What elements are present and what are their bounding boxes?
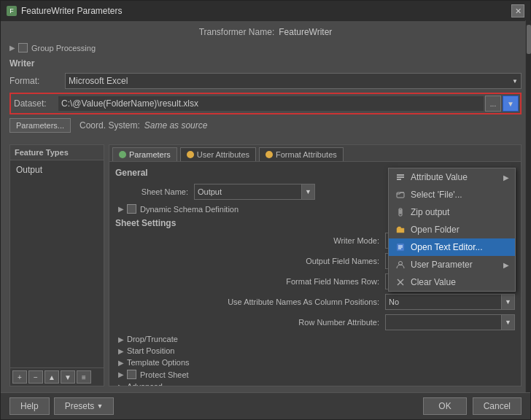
format-field-names-label: Format Field Names Row: xyxy=(115,277,379,286)
ft-remove-button[interactable]: − xyxy=(28,370,43,384)
writer-section-label: Writer xyxy=(9,58,522,69)
open-folder-icon xyxy=(395,224,406,236)
use-attr-names-combo[interactable]: No xyxy=(385,294,502,310)
tab-format-attributes[interactable]: Format Attributes xyxy=(259,147,344,161)
close-button[interactable]: ✕ xyxy=(511,4,524,18)
use-attr-names-dropdown[interactable]: ▼ xyxy=(502,294,515,310)
row-number-combo[interactable] xyxy=(385,314,502,330)
group-processing-label: Group Processing xyxy=(31,44,96,52)
zip-output-icon xyxy=(395,206,406,218)
title-bar-left: F FeatureWriter Parameters xyxy=(7,6,123,16)
ft-add-button[interactable]: + xyxy=(12,370,27,384)
feature-types-list: Output xyxy=(10,160,104,368)
menu-item-user-parameter[interactable]: User Parameter ▶ xyxy=(389,256,515,273)
dataset-input[interactable] xyxy=(58,96,484,111)
dynamic-schema-label: Dynamic Schema Definition xyxy=(140,205,239,214)
user-parameter-icon xyxy=(395,259,406,271)
open-text-editor-label: Open Text Editor... xyxy=(411,242,509,252)
use-attr-names-label: Use Attribute Names As Column Positions: xyxy=(115,298,379,306)
ok-button[interactable]: OK xyxy=(423,397,466,415)
feature-types-toolbar: + − ▲ ▼ ≡ xyxy=(10,368,104,386)
format-value: Microsoft Excel xyxy=(69,76,128,86)
sheet-name-label: Sheet Name: xyxy=(115,187,188,196)
feature-item-output[interactable]: Output xyxy=(13,163,101,176)
zip-output-label: Zip output xyxy=(411,207,509,217)
feature-types-panel: Feature Types Output + − ▲ ▼ ≡ xyxy=(9,144,104,386)
attribute-value-label: Attribute Value xyxy=(411,172,499,182)
output-field-names-label: Output Field Names: xyxy=(115,257,379,265)
transformer-name-row: Transformer Name: FeatureWriter xyxy=(9,27,522,37)
drop-truncate-arrow-icon: ▶ xyxy=(118,335,124,343)
writer-section: Writer Format: Microsoft Excel ▼ Dataset… xyxy=(9,58,522,139)
coord-system-value: Same as source xyxy=(144,120,208,131)
use-attr-names-value: No xyxy=(389,298,399,306)
sheet-name-input[interactable] xyxy=(194,184,302,200)
menu-item-open-folder[interactable]: Open Folder xyxy=(389,221,515,238)
tab-user-attributes-label: User Attributes xyxy=(197,150,249,159)
parameters-button[interactable]: Parameters... xyxy=(9,118,71,133)
start-position-label: Start Position xyxy=(127,346,174,355)
select-file-icon xyxy=(395,189,406,201)
dataset-row: Dataset: ... ▼ xyxy=(9,93,522,114)
cancel-button[interactable]: Cancel xyxy=(473,397,522,415)
dynamic-schema-arrow: ▶ xyxy=(118,205,124,213)
template-options-row: ▶ Template Options xyxy=(115,358,515,367)
presets-arrow-icon: ▼ xyxy=(96,402,103,410)
svg-rect-2 xyxy=(397,179,401,180)
open-text-editor-icon xyxy=(395,241,406,253)
advanced-arrow-icon: ▶ xyxy=(118,383,124,386)
row-number-row: Row Number Attribute: ▼ xyxy=(115,314,515,330)
advanced-label: Advanced xyxy=(127,382,163,386)
menu-item-select-file[interactable]: Select 'File'... xyxy=(389,186,515,203)
tab-format-attributes-icon xyxy=(266,151,273,158)
presets-button[interactable]: Presets ▼ xyxy=(54,397,115,415)
advanced-row: ▶ Advanced xyxy=(115,382,515,386)
ft-extra-button[interactable]: ≡ xyxy=(77,370,91,384)
tab-parameters-icon xyxy=(119,151,126,158)
dialog-icon: F xyxy=(7,6,17,16)
format-combo[interactable]: Microsoft Excel ▼ xyxy=(65,73,522,89)
main-scrollbar[interactable] xyxy=(525,20,531,392)
group-processing-row: ▶ Group Processing xyxy=(9,43,522,52)
tabs-row: Parameters User Attributes Format Attrib… xyxy=(109,145,521,162)
ft-up-button[interactable]: ▲ xyxy=(44,370,59,384)
user-parameter-label: User Parameter xyxy=(411,260,499,270)
sheet-name-dropdown[interactable]: ▼ xyxy=(302,184,315,200)
tab-format-attributes-label: Format Attributes xyxy=(276,150,337,159)
menu-item-clear-value[interactable]: Clear Value xyxy=(389,273,515,291)
dataset-browse-button[interactable]: ... xyxy=(485,96,501,112)
format-label: Format: xyxy=(9,76,61,86)
dialog-title: FeatureWriter Parameters xyxy=(21,6,123,16)
tab-user-attributes-icon xyxy=(187,151,194,158)
row-number-dropdown[interactable]: ▼ xyxy=(502,314,515,330)
group-processing-checkbox[interactable] xyxy=(18,43,28,52)
menu-item-open-text-editor[interactable]: Open Text Editor... xyxy=(389,238,515,256)
clear-value-label: Clear Value xyxy=(411,277,509,287)
template-options-arrow-icon: ▶ xyxy=(118,359,124,367)
tab-parameters[interactable]: Parameters xyxy=(112,147,177,161)
title-bar: F FeatureWriter Parameters ✕ xyxy=(1,1,530,21)
footer-right: OK Cancel xyxy=(423,397,522,415)
attribute-value-icon xyxy=(395,171,406,183)
protect-sheet-checkbox[interactable] xyxy=(127,370,136,379)
tab-user-attributes[interactable]: User Attributes xyxy=(180,147,256,161)
drop-truncate-row: ▶ Drop/Truncate xyxy=(115,335,515,343)
protect-sheet-arrow-icon: ▶ xyxy=(118,370,124,378)
format-dropdown-icon: ▼ xyxy=(512,78,518,85)
protect-sheet-label: Protect Sheet xyxy=(140,370,189,379)
dynamic-schema-checkbox[interactable] xyxy=(127,204,136,214)
coord-row: Parameters... Coord. System: Same as sou… xyxy=(9,118,522,133)
svg-rect-1 xyxy=(397,176,404,178)
main-content-area: Feature Types Output + − ▲ ▼ ≡ xyxy=(9,144,522,386)
format-row: Format: Microsoft Excel ▼ xyxy=(9,73,522,89)
tab-parameters-label: Parameters xyxy=(129,150,171,159)
help-button[interactable]: Help xyxy=(9,397,50,415)
select-file-label: Select 'File'... xyxy=(411,190,509,200)
protect-sheet-row: ▶ Protect Sheet xyxy=(115,370,515,379)
dataset-dropdown-button[interactable]: ▼ xyxy=(503,96,519,112)
menu-item-attribute-value[interactable]: Attribute Value ▶ xyxy=(389,168,515,186)
ft-down-button[interactable]: ▼ xyxy=(61,370,75,384)
start-position-arrow-icon: ▶ xyxy=(118,347,124,355)
context-menu: Attribute Value ▶ Select 'File'... Zip o… xyxy=(388,168,516,292)
menu-item-zip-output[interactable]: Zip output xyxy=(389,203,515,221)
